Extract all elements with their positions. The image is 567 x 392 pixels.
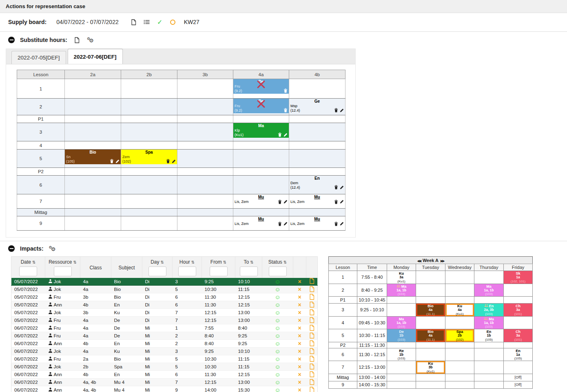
sort-icon[interactable]: ⇅ [160, 260, 164, 264]
impacts-row[interactable]: 05/07/2022Jok4aBioDi510:3011:15☺× [11, 286, 318, 293]
impacts-row[interactable]: 06/07/2022Ann4bEnMi611:3012:15☺× [11, 371, 318, 379]
pencil-icon[interactable] [284, 222, 288, 226]
impacts-row[interactable]: 05/07/2022Fru4aDeDi712:1513:00☺× [11, 317, 318, 324]
note-doc-icon[interactable] [309, 387, 315, 392]
collapse-icon[interactable] [8, 37, 15, 43]
impacts-row[interactable]: 06/07/2022Ann4a, 4bMu 4Mi712:1513:00☺× [11, 379, 318, 386]
week-cell-monday-5[interactable]: De1b(103) [387, 329, 416, 342]
week-cell-friday-3[interactable]: Ch3a(101) [504, 304, 533, 317]
remove-x-icon[interactable]: × [298, 309, 301, 316]
filter-input-date[interactable] [19, 266, 37, 276]
note-doc-icon[interactable] [309, 340, 315, 346]
tab-2022-07-05[DEF][interactable]: 2022-07-05[DEF] [11, 51, 66, 64]
week-cell-monday-2[interactable]: Ma1a, 1b(103) [387, 284, 416, 297]
note-doc-icon[interactable] [309, 379, 315, 385]
pencil-icon[interactable] [115, 159, 120, 163]
note-doc-icon[interactable] [309, 294, 315, 300]
timetable-cell-4b-9[interactable]: MuLis, Zem [289, 216, 346, 231]
trash-icon[interactable] [334, 185, 338, 189]
week-cell-monday-6[interactable]: Re1b(103) [387, 348, 416, 361]
note-doc-icon[interactable] [309, 363, 315, 370]
impacts-row[interactable]: 06/07/2022Ann4bEnMi28:409:25☺× [11, 340, 318, 348]
filter-input-ressource[interactable] [54, 266, 72, 276]
trash-icon[interactable] [334, 108, 338, 112]
week-cell-friday-Mittag[interactable]: [Off] [504, 374, 533, 381]
timetable-cell-4b-7[interactable]: MuLis, Zem [289, 194, 346, 209]
sort-icon[interactable]: ⇅ [250, 260, 253, 264]
impacts-row[interactable]: 06/07/2022Fru4aDeMi17:558:40☺× [11, 324, 318, 332]
week-cell-wednesday-3[interactable]: Ku4a(Ku1) [445, 304, 474, 317]
collapse-icon[interactable] [8, 245, 15, 252]
week-cell-monday-4[interactable]: Ma1a, 1b(103) [387, 316, 416, 329]
note-doc-icon[interactable] [309, 309, 315, 315]
remove-x-icon[interactable]: × [298, 286, 301, 293]
sort-icon[interactable]: ⇅ [32, 260, 35, 264]
tab-2022-07-06[DEF][interactable]: 2022-07-06[DEF] [68, 49, 123, 64]
note-doc-icon[interactable] [309, 317, 315, 323]
column-header-from[interactable]: From⇅ [202, 257, 235, 278]
week-cell-thursday-3[interactable]: En2a, 3b(103) [474, 304, 504, 317]
trash-icon[interactable] [166, 159, 170, 163]
note-doc-icon[interactable] [309, 286, 315, 292]
week-cell-thursday-2[interactable]: Ma1a, 1b(103) [474, 284, 504, 297]
sort-icon[interactable]: ⇅ [191, 260, 195, 264]
remove-x-icon[interactable]: × [298, 325, 301, 331]
impacts-row[interactable]: 06/07/2022Jok4aKuMi39:2510:10☺× [11, 348, 318, 355]
week-cell-friday-6[interactable]: En1a(105) [504, 348, 533, 361]
list-icon[interactable] [142, 18, 151, 26]
note-doc-icon[interactable] [309, 371, 315, 377]
filter-input-day[interactable] [148, 266, 166, 276]
week-cell-tuesday-7[interactable]: Ku3b(Ku1) [416, 361, 445, 374]
impacts-row[interactable]: 05/07/2022Jok4aBioDi39:2510:10☺× [11, 278, 318, 286]
trash-icon[interactable] [110, 159, 114, 163]
week-cell-tuesday-3[interactable]: Bio4a(11.1) [416, 304, 445, 317]
remove-x-icon[interactable]: × [298, 294, 301, 300]
trash-icon[interactable] [278, 222, 282, 226]
week-cell-tuesday-5[interactable]: Bio4a(11.1) [416, 329, 445, 342]
timetable-cell-4a-3[interactable]: MaKlp(Ku1) [233, 123, 289, 141]
note-doc-icon[interactable] [309, 356, 315, 362]
sort-icon[interactable]: ⇅ [73, 260, 76, 264]
remove-x-icon[interactable]: × [298, 379, 301, 385]
trash-icon[interactable] [278, 132, 282, 137]
timetable-cell-4b-2[interactable]: GeMsp(12.4) [289, 99, 346, 115]
column-header-ressource[interactable]: Ressource⇅ [45, 257, 80, 278]
timetable-cell-4a-1[interactable]: DeFru(9.2) [233, 79, 289, 99]
remove-x-icon[interactable]: × [298, 340, 301, 347]
pencil-icon[interactable] [172, 159, 176, 163]
pencil-icon[interactable] [340, 108, 344, 112]
week-cell-wednesday-5[interactable]: Spa2b(102) [445, 329, 474, 342]
week-next-icon[interactable]: ▶▶ [441, 259, 444, 263]
impacts-row[interactable]: 05/07/2022Jok3bKuDi712:1513:00☺× [11, 309, 318, 317]
trash-icon[interactable] [334, 222, 338, 226]
week-cell-friday-1[interactable]: Sk1a(102, 101) [504, 271, 533, 284]
circle-icon[interactable] [168, 18, 177, 26]
week-cell-monday-1[interactable]: Ku3a(Ku1) [387, 271, 416, 284]
column-header-date[interactable]: Date⇅ [11, 257, 45, 278]
timetable-cell-4a-7[interactable]: MuLis, Zem [233, 194, 289, 209]
week-cell-friday-9[interactable]: [Off] [504, 381, 533, 388]
remove-x-icon[interactable]: × [298, 333, 301, 339]
column-header-hour[interactable]: Hour⇅ [173, 257, 202, 278]
column-header-status[interactable]: Status⇅ [262, 257, 293, 278]
document-icon[interactable] [73, 36, 82, 44]
remove-x-icon[interactable]: × [298, 278, 301, 285]
filter-input-status[interactable] [269, 266, 287, 276]
pencil-icon[interactable] [284, 200, 288, 204]
column-header-to[interactable]: To⇅ [235, 257, 262, 278]
timetable-cell-4a-9[interactable]: MuLis, Zem [233, 216, 289, 231]
impacts-row[interactable]: 05/07/2022Fru3bBioDi611:3012:15☺× [11, 293, 318, 301]
note-doc-icon[interactable] [309, 333, 315, 339]
filter-input-from[interactable] [210, 266, 228, 276]
remove-x-icon[interactable]: × [298, 387, 301, 392]
impacts-row[interactable]: 06/07/2022Fru2aBioMi510:3011:15☺× [11, 355, 318, 363]
settings-gears-icon[interactable]: ⚙⚙ [49, 246, 55, 252]
remove-x-icon[interactable]: × [298, 348, 301, 355]
document-icon[interactable] [129, 18, 138, 26]
impacts-row[interactable]: 05/07/2022Ann4bEnDi611:3012:15☺× [11, 301, 318, 309]
pencil-icon[interactable] [284, 133, 288, 137]
trash-icon[interactable] [334, 200, 338, 204]
timetable-cell-2a-5[interactable]: BioSn(105) [65, 150, 121, 168]
note-doc-icon[interactable] [309, 348, 315, 354]
remove-x-icon[interactable]: × [298, 371, 301, 378]
